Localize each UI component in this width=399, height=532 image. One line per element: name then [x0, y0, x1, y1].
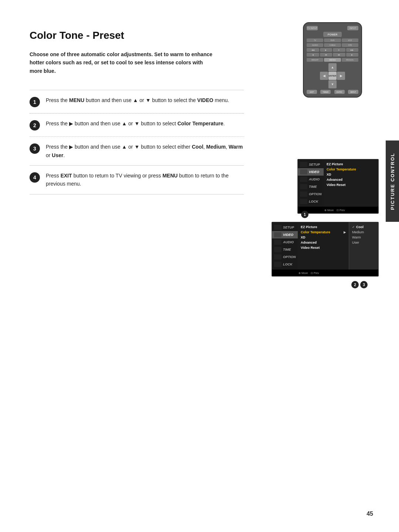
- menu-screenshot-2: SETUP VIDEO AUDIO TIME OPTION LOCK: [272, 222, 379, 279]
- bright-btn[interactable]: BRIGHT: [307, 58, 323, 62]
- menu-2-hint-prev: ⊡ Prev: [311, 272, 319, 275]
- stb-btn[interactable]: STB: [342, 43, 358, 47]
- menu-screenshot-1: SETUP VIDEO AUDIO TIME OPTION LOCK: [297, 159, 379, 217]
- timer-btn[interactable]: TIMER: [320, 90, 331, 94]
- menu-1-item-lock: LOCK: [298, 198, 324, 205]
- menu-1-video-reset: Video Reset: [327, 182, 375, 187]
- skip-fwd-btn[interactable]: ▶: [346, 53, 359, 57]
- progr-btn[interactable]: PROGR+: [342, 58, 358, 62]
- exit-btn[interactable]: EXIT: [307, 90, 317, 94]
- setup-icon-2: [274, 225, 282, 230]
- menu-2-item-option: OPTION: [272, 253, 298, 261]
- step-2: 2 Press the ▶ button and then use ▲ or ▼…: [30, 113, 244, 136]
- main-content: Color Tone - Preset Choose one of three …: [30, 30, 244, 194]
- menu-2-item-setup: SETUP: [272, 224, 298, 231]
- side-tab-label: PICTURE CONTROL: [390, 153, 395, 210]
- menu-2-main: EZ Picture Color Temperature XD Advanced…: [298, 222, 349, 270]
- video-icon-2: [274, 232, 282, 237]
- menu-2-item-audio: AUDIO: [272, 238, 298, 246]
- lock-icon-2: [274, 262, 282, 267]
- menu-1-sidebar: SETUP VIDEO AUDIO TIME OPTION LOCK: [298, 159, 324, 207]
- audio-row: AUDIO CABLE STB: [307, 43, 358, 47]
- menu-2-video-reset: Video Reset: [301, 245, 346, 250]
- step-badge-container-23: 2 3: [351, 281, 368, 288]
- setup-icon: [300, 162, 307, 167]
- fwd-btn[interactable]: ▶▶: [346, 48, 359, 52]
- steps-container: 1 Press the MENU button and then use ▲ o…: [30, 90, 244, 194]
- page-number: 45: [366, 511, 373, 517]
- dpad-empty-bl: [320, 80, 328, 88]
- submenu-cool: ✓ Cool: [352, 224, 375, 230]
- time-icon-2: [274, 247, 282, 252]
- input-btn[interactable]: INPUT: [347, 26, 358, 30]
- step-text-2: Press the ▶ button and then use ▲ or ▼ b…: [46, 119, 225, 128]
- playback-row: ◀◀ ▶ ⏸ ▶▶: [307, 48, 358, 52]
- video-icon: [300, 169, 307, 174]
- menu-1-hint-prev: ⊡ Prev: [337, 209, 345, 212]
- option-icon: [300, 192, 307, 197]
- next-btn[interactable]: ⏭: [333, 53, 345, 57]
- step-1: 1 Press the MENU button and then use ▲ o…: [30, 90, 244, 113]
- menu-1-item-audio: AUDIO: [298, 176, 324, 183]
- step-3: 3 Press the ▶ button and then use ▲ or ▼…: [30, 136, 244, 165]
- menu-1-item-time: TIME: [298, 183, 324, 190]
- dpad-container: ▲ ◀ ENTER ▶ ▼: [307, 63, 358, 88]
- menu-btn[interactable]: MENU: [324, 58, 341, 62]
- dvr-btn[interactable]: DVR: [324, 38, 341, 42]
- dpad-left[interactable]: ◀: [320, 72, 328, 80]
- menu-2-sidebar: SETUP VIDEO AUDIO TIME OPTION LOCK: [272, 222, 298, 270]
- tv-btn[interactable]: TV: [307, 38, 323, 42]
- remote-power-row: POWER: [307, 32, 358, 37]
- lock-icon: [300, 199, 307, 204]
- description: Choose one of three automatic color adju…: [30, 50, 214, 75]
- remote-container: TV INPUT INPUT POWER TV DVR VCR AUDIO CA…: [303, 22, 362, 98]
- dpad-down[interactable]: ▼: [328, 80, 337, 88]
- dpad-empty-tr: [337, 63, 345, 71]
- step-4: 4 Press EXIT button to return to TV view…: [30, 165, 244, 194]
- audio-icon-2: [274, 240, 282, 245]
- menu-1-xd: XD: [327, 172, 375, 177]
- arrow-icon: [344, 230, 346, 234]
- ratio-btn[interactable]: RATIO: [334, 90, 345, 94]
- step-badge-1-circle: 1: [301, 211, 308, 218]
- power-btn[interactable]: POWER: [323, 32, 342, 37]
- dpad-right[interactable]: ▶: [337, 72, 345, 80]
- dpad-empty-tl: [320, 63, 328, 71]
- source-row: TV DVR VCR: [307, 38, 358, 42]
- menu-1-item-option: OPTION: [298, 190, 324, 198]
- submenu-medium: Medium: [352, 230, 375, 235]
- step-text-3: Press the ▶ button and then use ▲ or ▼ b…: [46, 143, 244, 159]
- step-text-1: Press the MENU button and then use ▲ or …: [46, 96, 229, 104]
- input-bottom-btn[interactable]: INPUT: [348, 90, 358, 94]
- remote-top-row: TV INPUT INPUT: [307, 26, 358, 30]
- submenu-user: User: [352, 240, 375, 245]
- dpad-enter[interactable]: ENTER: [328, 72, 337, 80]
- play-btn[interactable]: ▶: [320, 48, 332, 52]
- menu-2-submenu: ✓ Cool Medium Warm User: [349, 222, 378, 270]
- menu-1-main: EZ Picture Color Temperature XD Advanced…: [324, 159, 378, 207]
- menu-1-hint-move: ⊕ Move: [324, 209, 334, 212]
- dpad-up[interactable]: ▲: [328, 63, 337, 71]
- menu-2-advanced: Advanced: [301, 240, 346, 245]
- menu-row: BRIGHT MENU PROGR+: [307, 58, 358, 62]
- menu-1-advanced: Advanced: [327, 177, 375, 182]
- skip-back-btn[interactable]: ◀: [307, 53, 319, 57]
- menu-2-color-temp: Color Temperature: [301, 230, 346, 235]
- menu-2-ez-picture: EZ Picture: [301, 224, 346, 230]
- audio-btn[interactable]: AUDIO: [307, 43, 323, 47]
- step-number-1: 1: [30, 97, 40, 107]
- menu-1-item-setup: SETUP: [298, 161, 324, 168]
- side-tab: PICTURE CONTROL: [386, 140, 399, 222]
- check-icon: ✓: [352, 226, 355, 229]
- cable-btn[interactable]: CABLE: [324, 43, 341, 47]
- pause-btn[interactable]: ⏸: [333, 48, 345, 52]
- prev-btn[interactable]: ⏮: [320, 53, 332, 57]
- step-badge-3-circle: 3: [360, 281, 368, 288]
- rew-btn[interactable]: ◀◀: [307, 48, 319, 52]
- playback-row-2: ◀ ⏮ ⏭ ▶: [307, 53, 358, 57]
- tv-input-btn[interactable]: TV INPUT: [307, 26, 318, 30]
- vcr-btn[interactable]: VCR: [342, 38, 358, 42]
- menu-2-item-time: TIME: [272, 246, 298, 253]
- page-title: Color Tone - Preset: [30, 30, 244, 41]
- menu-1-ez-picture: EZ Picture: [327, 162, 375, 167]
